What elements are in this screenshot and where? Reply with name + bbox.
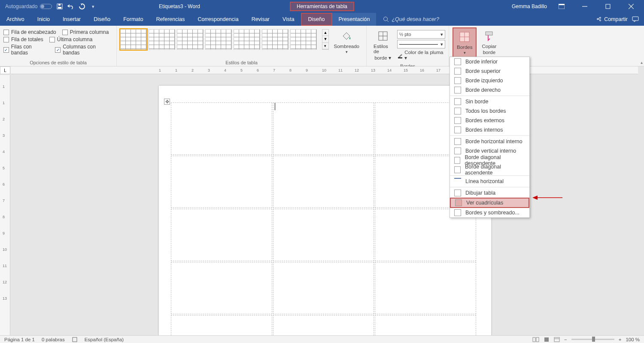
view-web-icon[interactable]: [554, 337, 560, 342]
undo-icon[interactable]: [67, 3, 74, 10]
tab-referencias[interactable]: Referencias: [150, 13, 191, 26]
autosave-label: Autoguardado: [5, 3, 37, 9]
menu-borde-superior[interactable]: Borde superior: [450, 66, 529, 76]
menu-bordes-sombreado[interactable]: Bordes y sombreado...: [450, 208, 529, 217]
table-style-item[interactable]: [205, 29, 232, 50]
diag-down-icon: [454, 157, 460, 164]
check-first-col[interactable]: Primera columna: [62, 29, 109, 35]
border-styles-button[interactable]: Estilos de borde ▾: [370, 27, 395, 63]
share-button[interactable]: Compartir: [596, 16, 628, 22]
redo-icon[interactable]: [79, 3, 85, 10]
table-style-item[interactable]: [149, 29, 175, 50]
table-style-item[interactable]: [120, 29, 147, 50]
user-name[interactable]: Gemma Badillo: [512, 3, 547, 9]
tab-correspondencia[interactable]: Correspondencia: [191, 13, 245, 26]
zoom-in-icon[interactable]: +: [619, 337, 622, 342]
bordes-dropdown-button[interactable]: Bordes▾: [453, 27, 477, 57]
paint-bucket-icon: [340, 29, 353, 43]
zoom-out-icon[interactable]: −: [564, 337, 567, 342]
menu-ver-cuadriculas[interactable]: Ver cuadrículas: [450, 198, 529, 208]
minimize-button[interactable]: [576, 0, 593, 13]
table-styles-gallery[interactable]: [120, 27, 320, 50]
status-page[interactable]: Página 1 de 1: [4, 337, 35, 342]
zoom-slider[interactable]: [571, 339, 614, 340]
tab-diseno-page[interactable]: Diseño: [87, 13, 117, 26]
maximize-button[interactable]: [599, 0, 617, 13]
document-table[interactable]: [170, 102, 477, 343]
tab-formato[interactable]: Formato: [117, 13, 150, 26]
draw-table-icon: [454, 190, 461, 196]
tab-archivo[interactable]: Archivo: [0, 13, 31, 26]
svg-rect-2: [58, 4, 61, 6]
menu-todos-bordes[interactable]: Todos los bordes: [450, 106, 529, 116]
check-last-col[interactable]: Última columna: [49, 36, 93, 42]
border-bottom-icon: [454, 58, 461, 65]
view-print-icon[interactable]: [544, 337, 550, 342]
no-border-icon: [454, 98, 461, 105]
tab-selector[interactable]: L: [0, 66, 10, 74]
inside-v-border-icon: [454, 147, 461, 154]
horizontal-ruler[interactable]: 1123456789101112131415161718: [11, 66, 638, 74]
sombreado-button[interactable]: Sombreado▾: [331, 27, 363, 56]
menu-diag-asc[interactable]: Borde diagonal ascendente: [450, 165, 529, 175]
diag-up-icon: [454, 166, 461, 173]
menu-dibujar-tabla[interactable]: Dibujar tabla: [450, 188, 529, 198]
svg-rect-19: [486, 32, 492, 35]
gallery-more-icon[interactable]: ▾: [322, 43, 328, 49]
status-words[interactable]: 0 palabras: [42, 337, 65, 342]
copiar-borde-button[interactable]: Copiar borde: [478, 27, 500, 57]
status-language[interactable]: Español (España): [85, 337, 124, 342]
table-style-item[interactable]: [290, 29, 317, 50]
tab-diseno-table[interactable]: Diseño: [301, 13, 332, 26]
ribbon-display-icon[interactable]: [553, 0, 570, 13]
svg-rect-24: [536, 337, 539, 342]
menu-bordes-externos[interactable]: Bordes externos: [450, 116, 529, 125]
view-read-icon[interactable]: [532, 337, 539, 342]
status-proofing-icon[interactable]: [72, 337, 78, 343]
tab-revisar[interactable]: Revisar: [245, 13, 276, 26]
comments-icon[interactable]: [632, 16, 639, 22]
toggle-icon: [40, 4, 52, 9]
group-table-style-options: Opciones de estilo de tabla: [3, 59, 113, 65]
menu-bordes-internos[interactable]: Bordes internos: [450, 125, 529, 135]
svg-marker-21: [532, 196, 538, 200]
menu-borde-inferior[interactable]: Borde inferior: [450, 57, 529, 66]
check-banded-rows[interactable]: ✓Filas con bandas: [3, 44, 49, 56]
border-top-icon: [454, 68, 461, 75]
menu-linea-horizontal[interactable]: Línea horizontal: [450, 177, 529, 186]
menu-borde-h-interno[interactable]: Borde horizontal interno: [450, 137, 529, 146]
check-header-row[interactable]: Fila de encabezado: [3, 29, 56, 35]
autosave-toggle[interactable]: Autoguardado: [5, 3, 52, 9]
svg-rect-25: [544, 337, 549, 342]
table-style-item[interactable]: [262, 29, 289, 50]
table-move-handle[interactable]: ✥: [164, 99, 170, 105]
table-style-item[interactable]: [177, 29, 204, 50]
qat-customize-icon[interactable]: ▾: [90, 3, 97, 10]
table-row: [171, 156, 476, 208]
pen-color-button[interactable]: Color de la pluma ▾: [397, 50, 445, 61]
menu-borde-derecho[interactable]: Borde derecho: [450, 85, 529, 95]
tab-insertar[interactable]: Insertar: [56, 13, 87, 26]
tab-presentacion[interactable]: Presentación: [332, 13, 377, 26]
check-total-row[interactable]: Fila de totales: [3, 36, 43, 42]
tab-vista[interactable]: Vista: [276, 13, 301, 26]
tab-inicio[interactable]: Inicio: [31, 13, 56, 26]
gallery-scroll: ▲ ▼ ▾: [322, 29, 328, 50]
table-style-item[interactable]: [234, 29, 260, 50]
pen-width-combo[interactable]: ½ pto▾: [397, 30, 445, 39]
share-icon: [596, 16, 602, 22]
svg-rect-23: [533, 337, 535, 342]
gallery-down-icon[interactable]: ▼: [322, 36, 328, 42]
menu-sin-borde[interactable]: Sin borde: [450, 97, 529, 106]
gallery-up-icon[interactable]: ▲: [322, 30, 328, 36]
close-button[interactable]: [623, 0, 640, 13]
zoom-level[interactable]: 100 %: [626, 337, 640, 342]
pen-style-combo[interactable]: ▾: [397, 40, 445, 48]
table-row: [171, 209, 476, 261]
check-banded-cols[interactable]: ✓Columnas con bandas: [55, 44, 113, 56]
scroll-up-icon[interactable]: ▴: [641, 60, 643, 65]
save-icon[interactable]: [56, 3, 63, 10]
tell-me-search[interactable]: ¿Qué desea hacer?: [376, 13, 439, 26]
menu-borde-izquierdo[interactable]: Borde izquierdo: [450, 76, 529, 85]
vertical-ruler[interactable]: 112345678910111213: [0, 75, 10, 335]
